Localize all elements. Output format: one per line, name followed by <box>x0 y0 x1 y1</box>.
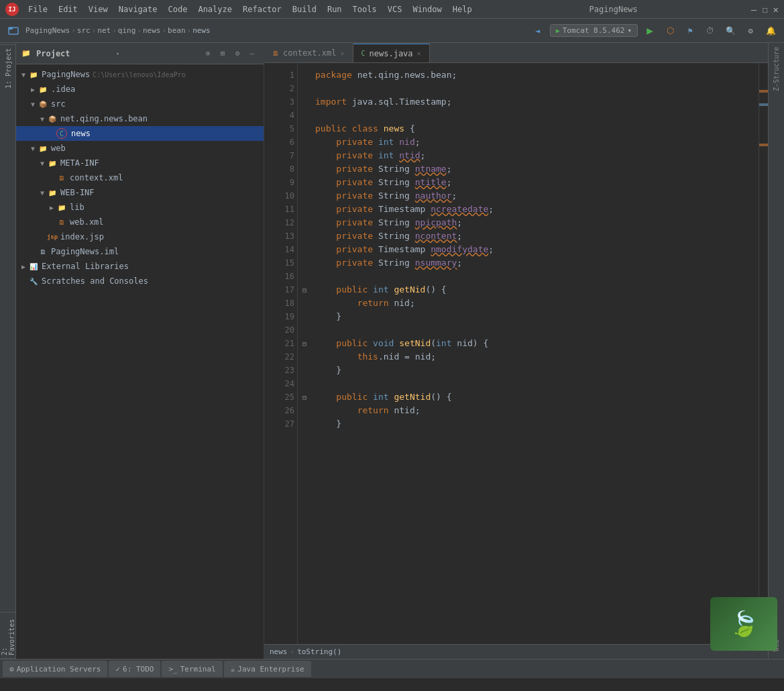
project-panel-title: Project <box>36 49 113 58</box>
fold-marker-25[interactable]: ⊟ <box>298 390 311 404</box>
debug-button[interactable]: ⬡ <box>662 23 678 39</box>
notifications-button[interactable]: 🔔 <box>763 23 779 39</box>
breadcrumb-pagingnews[interactable]: PagingNews <box>25 26 70 35</box>
tree-item-src[interactable]: ▼ 📦 src <box>16 97 264 111</box>
favorites-panel-tab[interactable]: 2: Favorites <box>1 612 15 659</box>
project-tree: ▼ 📁 PagingNews C:\Users\lenovo\IdeaPro ▶… <box>16 64 264 659</box>
project-settings-button[interactable]: ⚙ <box>231 48 243 60</box>
tree-label: PagingNews <box>42 70 90 79</box>
appservers-icon: ⚙ <box>9 665 14 674</box>
structure-panel-tab[interactable]: Z-Structure <box>773 46 780 93</box>
tree-item-iml[interactable]: 🗎 PagingNews.iml <box>16 244 264 259</box>
left-edge: 1: Project 2: Favorites <box>0 43 16 659</box>
tree-item-metainf[interactable]: ▼ 📁 META-INF <box>16 156 264 170</box>
fold-marker-17[interactable]: ⊟ <box>298 283 311 297</box>
code-line-24 <box>310 377 759 390</box>
fold-marker-21[interactable]: ⊟ <box>298 337 311 350</box>
folder-icon: 📁 <box>38 84 48 95</box>
code-line-6: private int nid; <box>310 136 759 149</box>
code-editor[interactable]: package net.qing.news.bean; import java.… <box>310 63 759 644</box>
project-add-button[interactable]: ⊕ <box>202 48 214 60</box>
profile-button[interactable]: ⏱ <box>702 23 718 39</box>
library-icon: 📊 <box>28 261 39 272</box>
javaee-icon: ☕ <box>231 665 235 674</box>
tree-item-idea[interactable]: ▶ 📁 .idea <box>16 82 264 97</box>
run-button[interactable]: ▶ <box>642 23 658 39</box>
tree-label: web <box>51 144 66 153</box>
breadcrumb-tostring[interactable]: toString() <box>297 647 341 656</box>
tree-item-web[interactable]: ▼ 📁 web <box>16 141 264 156</box>
tab-label: news.java <box>370 49 413 58</box>
tab-close-newsjava[interactable]: ✕ <box>417 50 421 57</box>
tree-item-news[interactable]: C news <box>16 126 264 141</box>
bottom-breadcrumb: news › toString() <box>264 644 768 659</box>
code-line-25: public int getNtid() { <box>310 390 759 404</box>
code-line-9: private String ntitle; <box>310 176 759 189</box>
coverage-button[interactable]: ⚑ <box>682 23 698 39</box>
tab-contextxml[interactable]: 🗎 context.xml ✕ <box>264 44 353 62</box>
tree-label: index.jsp <box>60 232 104 242</box>
tree-item-extlibs[interactable]: ▶ 📊 External Libraries <box>16 259 264 274</box>
code-line-2 <box>310 82 759 95</box>
breadcrumb-file[interactable]: news <box>192 26 211 35</box>
tab-icon: 🗎 <box>272 50 279 57</box>
menu-window[interactable]: Window <box>408 3 445 15</box>
close-button[interactable]: ✕ <box>773 4 779 15</box>
tree-item-package[interactable]: ▼ 📦 net.qing.news.bean <box>16 111 264 126</box>
breadcrumb-net[interactable]: net <box>97 26 111 35</box>
tree-item-indexjsp[interactable]: jsp index.jsp <box>16 229 264 244</box>
breadcrumb-bean[interactable]: bean <box>168 26 186 35</box>
tab-label: Terminal <box>180 665 216 674</box>
menu-analyze[interactable]: Analyze <box>194 3 236 15</box>
search-button[interactable]: 🔍 <box>722 23 738 39</box>
tree-item-pagingnews[interactable]: ▼ 📁 PagingNews C:\Users\lenovo\IdeaPro <box>16 67 264 82</box>
menu-vcs[interactable]: VCS <box>384 3 406 15</box>
menu-file[interactable]: File <box>24 3 52 15</box>
project-minimize-button[interactable]: — <box>246 48 258 60</box>
breadcrumb-news[interactable]: news <box>143 26 161 35</box>
menu-refactor[interactable]: Refactor <box>239 3 286 15</box>
project-panel: 📁 Project ▾ ⊕ ⊞ ⚙ — ▼ 📁 PagingNews C:\Us… <box>16 43 264 659</box>
menu-view[interactable]: View <box>85 3 112 15</box>
code-line-13: private String ncontent; <box>310 229 759 243</box>
project-panel-tab[interactable]: 1: Project <box>1 44 15 91</box>
menu-edit[interactable]: Edit <box>54 3 82 15</box>
back-button[interactable]: ◄ <box>530 23 546 39</box>
tab-javaenterprise[interactable]: ☕ Java Enterprise <box>224 661 311 677</box>
tree-label: lib <box>70 203 85 212</box>
menu-help[interactable]: Help <box>449 3 476 15</box>
arrow-icon: ▼ <box>38 189 47 197</box>
tree-item-lib[interactable]: ▶ 📁 lib <box>16 200 264 215</box>
tab-label: Java Enterprise <box>237 665 304 674</box>
tab-close-contextxml[interactable]: ✕ <box>340 50 344 57</box>
fold-gutter: ⊟ ⊟ ⊟ <box>298 63 310 644</box>
menu-code[interactable]: Code <box>164 3 192 15</box>
code-line-10: private String nauthor; <box>310 189 759 203</box>
breadcrumb-src[interactable]: src <box>77 26 91 35</box>
tomcat-caret-icon: ▾ <box>627 26 632 35</box>
tab-todo[interactable]: ✓ 6: TODO <box>109 661 160 677</box>
tree-item-webxml[interactable]: 🗎 web.xml <box>16 215 264 229</box>
project-icon <box>5 23 21 39</box>
tab-bar: 🗎 context.xml ✕ C news.java ✕ <box>264 43 768 63</box>
tree-item-webinf[interactable]: ▼ 📁 WEB-INF <box>16 185 264 200</box>
breadcrumb: PagingNews › src › net › qing › news › b… <box>25 26 211 35</box>
breadcrumb-qing[interactable]: qing <box>118 26 136 35</box>
menu-run[interactable]: Run <box>323 3 346 15</box>
src-icon: 📦 <box>38 99 48 109</box>
tab-newsjava[interactable]: C news.java ✕ <box>353 44 430 62</box>
menu-tools[interactable]: Tools <box>349 3 381 15</box>
maximize-button[interactable]: ☐ <box>762 4 767 15</box>
project-layout-button[interactable]: ⊞ <box>217 48 229 60</box>
tab-terminal[interactable]: >_ Terminal <box>162 661 222 677</box>
tab-appservers[interactable]: ⚙ Application Servers <box>3 661 107 677</box>
menu-build[interactable]: Build <box>288 3 321 15</box>
breadcrumb-news[interactable]: news <box>270 647 288 656</box>
minimize-button[interactable]: — <box>751 4 757 15</box>
settings-button[interactable]: ⚙ <box>742 23 759 39</box>
tree-item-scratches[interactable]: 🔧 Scratches and Consoles <box>16 274 264 288</box>
menu-navigate[interactable]: Navigate <box>115 3 162 15</box>
tomcat-selector[interactable]: ▶ Tomcat 8.5.462 ▾ <box>550 24 638 37</box>
tree-item-contextxml[interactable]: 🗎 context.xml <box>16 170 264 185</box>
right-edge: Z-Structure Web <box>768 43 784 659</box>
